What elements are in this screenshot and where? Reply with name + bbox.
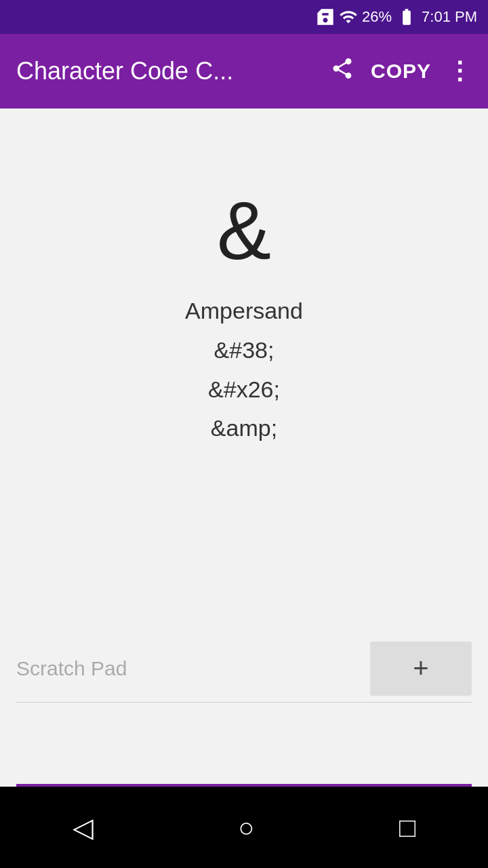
scratch-pad-section: Scratch Pad + — [0, 635, 488, 787]
character-info: Ampersand &#38; &#x26; &amp; — [185, 292, 303, 448]
copy-button[interactable]: COPY — [371, 60, 431, 83]
share-button[interactable] — [330, 56, 354, 87]
app-title: Character Code C... — [16, 57, 319, 85]
home-button[interactable]: ○ — [238, 812, 254, 843]
scratch-pad-label: Scratch Pad — [16, 657, 370, 680]
status-bar: 26% 7:01 PM — [0, 0, 488, 34]
add-to-scratch-pad-button[interactable]: + — [370, 642, 472, 696]
more-options-button[interactable]: ⋮ — [447, 57, 472, 85]
status-icons: 26% 7:01 PM — [316, 7, 477, 26]
share-icon — [330, 56, 354, 81]
char-html-hex: &#x26; — [185, 370, 303, 410]
app-bar: Character Code C... COPY ⋮ — [0, 34, 488, 108]
battery-percentage: 26% — [362, 8, 392, 26]
time-display: 7:01 PM — [422, 8, 477, 26]
character-symbol: & — [217, 190, 271, 271]
signal-icon — [339, 7, 358, 26]
char-name: Ampersand — [185, 292, 303, 331]
recents-button[interactable]: □ — [399, 812, 415, 843]
main-content: & Ampersand &#38; &#x26; &amp; Scratch P… — [0, 108, 488, 787]
char-html-entity: &amp; — [185, 409, 303, 448]
scratch-pad-row: Scratch Pad + — [16, 635, 472, 703]
sim-icon — [316, 7, 335, 26]
battery-icon — [396, 7, 418, 26]
char-html-decimal: &#38; — [185, 331, 303, 370]
app-bar-actions: COPY ⋮ — [330, 56, 472, 87]
back-button[interactable]: ◁ — [73, 812, 94, 843]
nav-bar: ◁ ○ □ — [0, 787, 488, 868]
